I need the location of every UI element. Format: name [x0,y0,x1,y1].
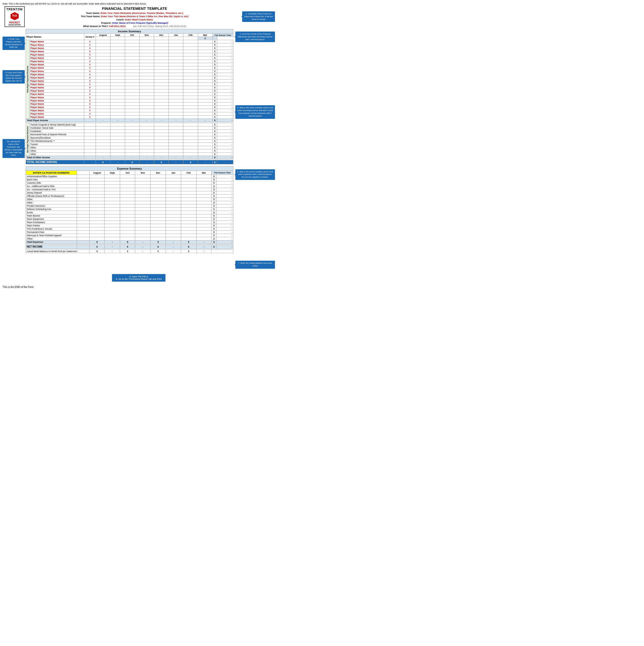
month-cell[interactable] [169,50,183,53]
month-cell[interactable] [150,214,166,218]
month-cell[interactable] [139,47,154,50]
month-cell[interactable] [169,80,183,83]
month-cell[interactable] [183,109,198,112]
jersey-cell[interactable]: # [84,86,96,89]
month-cell[interactable] [110,102,125,106]
jersey-cell[interactable]: # [84,70,96,73]
month-cell[interactable] [120,182,135,185]
month-cell[interactable] [183,89,198,93]
month-cell[interactable] [169,60,183,63]
month-cell[interactable] [150,224,166,227]
month-cell[interactable] [196,237,212,240]
player-name-cell[interactable]: Player Name [29,53,84,57]
month-cell[interactable] [125,93,139,96]
month-cell[interactable] [120,191,135,195]
month-cell[interactable] [89,185,105,188]
month-cell[interactable] [89,178,105,182]
month-cell[interactable] [181,198,196,201]
month-cell[interactable] [198,139,213,143]
jersey-cell[interactable]: # [84,93,96,96]
month-cell[interactable] [110,136,125,139]
month-cell[interactable] [110,63,125,66]
month-cell[interactable] [166,195,181,198]
month-cell[interactable] [135,237,151,240]
month-cell[interactable] [198,102,213,106]
month-cell[interactable] [154,130,169,133]
month-cell[interactable] [196,201,212,204]
month-cell[interactable] [166,175,181,178]
month-cell[interactable] [96,70,110,73]
month-cell[interactable] [198,109,213,112]
month-cell[interactable] [198,106,213,109]
month-cell[interactable] [96,102,110,106]
month-cell[interactable] [139,53,154,57]
month-cell[interactable] [105,227,120,231]
month-cell[interactable] [125,66,139,70]
month-cell[interactable] [135,211,151,214]
month-cell[interactable] [139,130,154,133]
month-cell[interactable] [125,153,139,156]
month-cell[interactable] [89,221,105,224]
month-cell[interactable] [166,224,181,227]
month-cell[interactable] [135,175,151,178]
month-cell[interactable] [89,195,105,198]
month-cell[interactable] [169,66,183,70]
month-cell[interactable] [166,185,181,188]
month-cell[interactable] [120,224,135,227]
month-cell[interactable] [183,96,198,99]
month-cell[interactable] [89,188,105,191]
player-name-cell[interactable]: Player Name [29,116,84,119]
month-cell[interactable] [105,208,120,211]
player-name-cell[interactable]: Player Name [29,112,84,116]
month-cell[interactable] [105,175,120,178]
month-cell[interactable] [110,109,125,112]
month-cell[interactable] [183,93,198,96]
month-cell[interactable] [169,149,183,153]
month-cell[interactable] [181,214,196,218]
month-cell[interactable] [89,218,105,221]
month-cell[interactable] [198,112,213,116]
month-cell[interactable] [198,96,213,99]
month-cell[interactable] [169,109,183,112]
month-cell[interactable] [125,50,139,53]
month-cell[interactable] [169,116,183,119]
month-cell[interactable] [181,188,196,191]
month-cell[interactable] [125,146,139,149]
month-cell[interactable] [154,126,169,130]
month-cell[interactable] [198,47,213,50]
month-cell[interactable] [96,47,110,50]
month-cell[interactable] [125,53,139,57]
month-cell[interactable] [181,237,196,240]
month-cell[interactable] [110,47,125,50]
jersey-cell[interactable]: # [84,60,96,63]
month-cell[interactable] [110,130,125,133]
month-cell[interactable] [139,60,154,63]
month-cell[interactable] [196,224,212,227]
month-cell[interactable] [198,60,213,63]
month-cell[interactable] [150,188,166,191]
month-cell[interactable] [183,80,198,83]
month-cell[interactable] [139,73,154,76]
month-cell[interactable] [139,66,154,70]
month-cell[interactable] [135,214,151,218]
player-name-cell[interactable]: Player Name [29,96,84,99]
month-cell[interactable] [154,133,169,136]
month-cell[interactable] [169,99,183,102]
player-name-cell[interactable]: Player Name [29,66,84,70]
month-cell[interactable] [154,123,169,126]
month-cell[interactable] [139,63,154,66]
month-cell[interactable] [96,73,110,76]
month-cell[interactable] [139,89,154,93]
month-cell[interactable] [181,204,196,208]
month-cell[interactable] [198,153,213,156]
month-cell[interactable] [125,102,139,106]
month-cell[interactable] [96,139,110,143]
month-cell[interactable] [154,53,169,57]
month-cell[interactable] [154,57,169,60]
month-cell[interactable] [125,143,139,146]
month-cell[interactable] [96,153,110,156]
month-cell[interactable] [169,57,183,60]
month-cell[interactable] [183,53,198,57]
month-cell[interactable] [183,146,198,149]
month-cell[interactable] [181,185,196,188]
